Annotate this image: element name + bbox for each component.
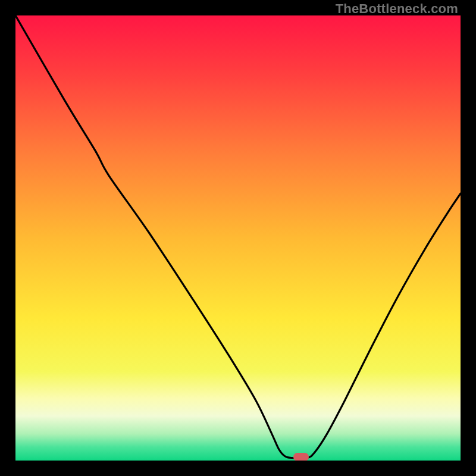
plot-area — [15, 15, 461, 461]
optimal-marker — [293, 453, 309, 461]
bottleneck-curve — [15, 15, 461, 461]
chart-frame: TheBottleneck.com — [0, 0, 476, 476]
watermark-label: TheBottleneck.com — [336, 1, 458, 17]
